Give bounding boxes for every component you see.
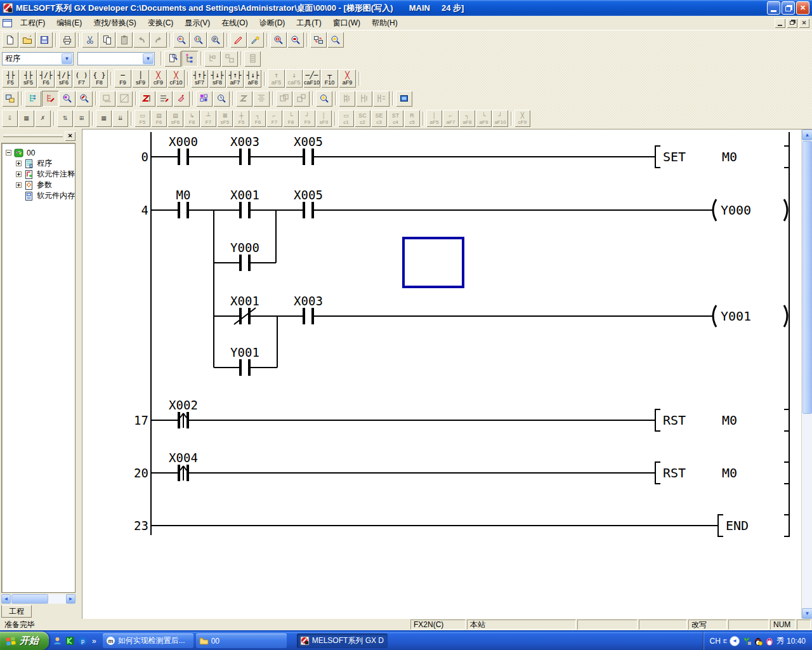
tray-show-indicator[interactable]: 秀 bbox=[776, 635, 784, 646]
step-down-button[interactable]: ⇊ bbox=[112, 110, 128, 127]
ladder-edit-mode-button[interactable] bbox=[42, 91, 58, 107]
tree-row-parameter[interactable]: 参数 bbox=[2, 180, 75, 190]
monitor-start-button[interactable] bbox=[99, 91, 115, 107]
expand-icon[interactable] bbox=[16, 182, 22, 188]
sort-button[interactable]: ⇅ bbox=[57, 110, 73, 127]
project-tree[interactable]: 00 程序 软元件注释 参数 bbox=[1, 143, 75, 593]
tab-project[interactable]: 工程 bbox=[1, 605, 32, 618]
statement-display-button[interactable] bbox=[156, 91, 173, 107]
device-batch-button[interactable]: ▦ bbox=[18, 110, 34, 127]
sampling-trace-button[interactable] bbox=[213, 91, 230, 107]
scroll-right-icon[interactable]: ► bbox=[66, 594, 75, 604]
redo-button[interactable] bbox=[150, 32, 167, 48]
menu-convert[interactable]: 变换(C) bbox=[142, 16, 180, 30]
mdi-restore-button[interactable] bbox=[787, 18, 797, 28]
menu-view[interactable]: 显示(V) bbox=[179, 16, 216, 30]
data-name-combo[interactable]: ▼ bbox=[77, 52, 155, 65]
note-display-button[interactable] bbox=[173, 91, 190, 107]
minimize-button[interactable] bbox=[767, 1, 780, 15]
cascade-tree-button[interactable] bbox=[204, 51, 221, 67]
comment-display-button[interactable] bbox=[139, 91, 155, 107]
tree-row-program[interactable]: 程序 bbox=[2, 158, 75, 169]
ladder-editor[interactable]: 0 X000 X003 X005 SET M0 4 M0 X001 X005 bbox=[82, 129, 812, 619]
new-button[interactable] bbox=[2, 32, 18, 48]
list-view-button[interactable] bbox=[244, 51, 261, 67]
device-test-button[interactable]: ⇩ bbox=[2, 110, 18, 127]
quick-launch-icon-3[interactable]: p bbox=[78, 636, 88, 646]
monitor-stop-button[interactable] bbox=[116, 91, 133, 107]
data-kind-combo[interactable]: 程序 ▼ bbox=[2, 52, 74, 65]
menu-project[interactable]: 工程(F) bbox=[15, 16, 51, 30]
restore-button[interactable] bbox=[782, 1, 795, 15]
write-mode-button[interactable] bbox=[230, 32, 247, 48]
menu-help[interactable]: 帮助(H) bbox=[366, 16, 403, 30]
delete-line-button[interactable]: ╳aF9 bbox=[339, 69, 356, 88]
title-bar[interactable]: MELSOFT系列 GX Developer C:\Documents and … bbox=[0, 0, 812, 16]
quick-launch-icon-1[interactable] bbox=[53, 636, 62, 646]
entry-monitor-button[interactable] bbox=[316, 91, 332, 107]
tree-row-device-memory[interactable]: 软元件内存 bbox=[2, 190, 75, 201]
scroll-down-icon[interactable]: ▼ bbox=[802, 608, 812, 619]
sidebar-hscrollbar[interactable]: ◄ ► bbox=[1, 594, 75, 604]
scroll-thumb[interactable] bbox=[802, 141, 812, 414]
menu-diagnostics[interactable]: 诊断(D) bbox=[254, 16, 291, 30]
invert-result-button[interactable]: ─╱─caF10 bbox=[303, 69, 320, 88]
tray-qq-icon[interactable] bbox=[754, 637, 763, 646]
taskbar-task-browser[interactable]: m 如何实现检测置后... bbox=[103, 633, 193, 648]
coil-button[interactable]: ( )F7 bbox=[73, 69, 90, 88]
display-find-button[interactable] bbox=[270, 32, 287, 48]
undo-button[interactable] bbox=[133, 32, 150, 48]
tray-collapse-icon[interactable]: ◄ bbox=[730, 636, 740, 646]
print-b-button[interactable] bbox=[253, 91, 270, 107]
menu-window[interactable]: 窗口(W) bbox=[327, 16, 366, 30]
sidebar-close-button[interactable]: ✕ bbox=[65, 131, 75, 141]
expand-icon[interactable] bbox=[16, 161, 22, 166]
mdi-minimize-button[interactable] bbox=[775, 18, 785, 28]
sidebar-grip[interactable] bbox=[3, 135, 63, 137]
print-button[interactable] bbox=[59, 32, 75, 48]
vline-button[interactable]: │sF9 bbox=[132, 69, 149, 88]
mdi-close-button[interactable]: ✕ bbox=[799, 18, 809, 28]
comment-find-button[interactable] bbox=[76, 91, 93, 107]
tree-root-row[interactable]: 00 bbox=[2, 147, 75, 158]
window-a-button[interactable] bbox=[276, 91, 292, 107]
taskbar-task-gx-developer[interactable]: MELSOFT系列 GX D... bbox=[297, 633, 388, 648]
menu-find-replace[interactable]: 查找/替换(S) bbox=[88, 16, 141, 30]
error-check-button[interactable]: ✗ bbox=[35, 110, 51, 127]
block-list-button[interactable]: ⊞ bbox=[74, 110, 89, 127]
find-device-button[interactable] bbox=[173, 32, 190, 48]
paste-button[interactable] bbox=[116, 32, 133, 48]
collapse-icon[interactable] bbox=[6, 150, 11, 156]
chevron-down-icon[interactable]: ▼ bbox=[143, 53, 154, 64]
delete-hline-button[interactable]: ╳cF9 bbox=[150, 69, 167, 88]
open-button[interactable] bbox=[19, 32, 36, 48]
delete-vline-button[interactable]: ╳cF10 bbox=[167, 69, 185, 88]
menu-edit[interactable]: 编辑(E) bbox=[51, 16, 88, 30]
document-window-icon[interactable] bbox=[3, 19, 12, 27]
scroll-left-icon[interactable]: ◄ bbox=[1, 594, 11, 604]
comment-edit-button[interactable] bbox=[164, 51, 181, 67]
save-button[interactable] bbox=[36, 32, 53, 48]
chevron-down-icon[interactable]: ▼ bbox=[62, 53, 72, 64]
pulse-rising-button[interactable]: ┤↑├sF7 bbox=[191, 69, 208, 88]
project-tree-toggle-button[interactable] bbox=[181, 51, 198, 67]
find-instruction-button[interactable] bbox=[207, 32, 224, 48]
instruction-button[interactable]: { }F8 bbox=[91, 69, 108, 88]
taskbar-task-folder[interactable]: 00 bbox=[196, 633, 287, 648]
language-indicator[interactable]: CH bbox=[710, 637, 721, 646]
ladder-logic-test-button[interactable] bbox=[2, 91, 18, 107]
device-memory-button[interactable] bbox=[196, 91, 213, 107]
quick-launch-more[interactable]: » bbox=[91, 637, 98, 646]
pulse-falling-parallel-button[interactable]: ┤↓├aF8 bbox=[244, 69, 261, 88]
contact-open-parallel-button[interactable]: ┤├sF5 bbox=[20, 69, 37, 88]
tree-row-device-comment[interactable]: 软元件注释 bbox=[2, 169, 75, 180]
tile-tree-button[interactable] bbox=[221, 51, 238, 67]
transfer-setup-button[interactable] bbox=[310, 32, 327, 48]
pulse-falling-button[interactable]: ┤↓├sF8 bbox=[209, 69, 226, 88]
grid-display-button[interactable]: ▦ bbox=[96, 110, 112, 127]
close-button[interactable]: ✕ bbox=[796, 1, 809, 15]
start-button[interactable]: 开始 bbox=[0, 632, 49, 650]
program-check-button[interactable] bbox=[327, 32, 344, 48]
contact-open-button[interactable]: ┤├F5 bbox=[2, 69, 19, 88]
copy-button[interactable] bbox=[99, 32, 115, 48]
